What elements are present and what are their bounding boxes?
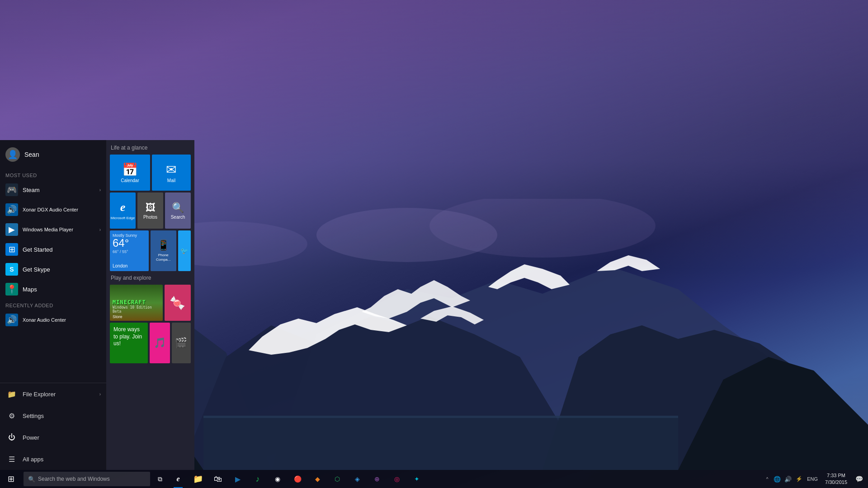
taskbar-app-media[interactable]: ▶ [228,470,248,488]
wmp-icon: ▶ [5,223,18,236]
task-view-icon: ⧉ [158,475,162,483]
app5-taskbar-icon: ◈ [355,475,360,483]
nav-power[interactable]: ⏻ Power [0,427,106,448]
start-menu: 👤 Sean Most used 🎮 Steam › 🔊 Xonar DGX A… [0,140,194,470]
taskbar-app-8[interactable]: ✦ [407,470,427,488]
app-item-xonar-dgx[interactable]: 🔊 Xonar DGX Audio Center [0,200,106,220]
network-icon: 🌐 [774,476,781,483]
taskbar-app-store[interactable]: 🛍 [208,470,228,488]
taskbar-app-edge[interactable]: e [168,470,188,488]
all-apps-label: All apps [23,456,43,463]
xonar-dgx-icon: 🔊 [5,203,18,216]
xonar-dgx-label: Xonar DGX Audio Center [23,207,78,212]
system-tray: ^ 🌐 🔊 ⚡ ENG 7:33 PM 7/30/2015 💬 [763,470,868,488]
bottom-nav: 📁 File Explorer › ⚙ Settings ⏻ Power ☰ A… [0,383,106,470]
phone-tile-icon: 📱 [157,239,170,251]
app-item-get-started[interactable]: ⊞ Get Started [0,239,106,259]
nav-file-explorer[interactable]: 📁 File Explorer › [0,383,106,405]
play-explore-label: Play and explore [110,275,191,281]
life-at-glance-label: Life at a glance [110,145,191,151]
search-icon: 🔍 [28,476,35,483]
nav-all-apps[interactable]: ☰ All apps [0,448,106,470]
taskbar-app-explorer[interactable]: 📁 [188,470,208,488]
language-button[interactable]: ENG [804,476,821,482]
taskbar-app-1[interactable]: ◉ [268,470,288,488]
taskbar-app-spotify[interactable]: ♪ [248,470,268,488]
taskbar-search[interactable]: 🔍 Search the web and Windows [24,472,150,486]
tray-network-icon[interactable]: 🌐 [772,470,783,488]
store-taskbar-icon: 🛍 [214,474,222,484]
xonar-audio-icon: 🔊 [5,314,18,326]
app-item-get-skype[interactable]: S Get Skype [0,259,106,279]
app-item-wmp[interactable]: ▶ Windows Media Player › [0,220,106,239]
more-ways-text: More ways to play. Join us! [110,323,148,351]
app-item-steam[interactable]: 🎮 Steam › [0,180,106,200]
tiles-row-5: More ways to play. Join us! 🎵 🎬 [110,323,191,363]
tile-mail[interactable]: ✉ Mail [152,155,191,191]
tile-films[interactable]: 🎬 [172,323,191,363]
tray-sound-icon[interactable]: 🔊 [783,470,793,488]
app4-taskbar-icon: ⬡ [335,475,340,483]
taskbar: ⊞ 🔍 Search the web and Windows ⧉ e 📁 🛍 ▶… [0,470,868,488]
taskbar-app-3[interactable]: ◆ [307,470,327,488]
nav-settings[interactable]: ⚙ Settings [0,405,106,427]
tile-candy-crush[interactable]: 🍬 [165,285,191,321]
all-apps-icon: ☰ [5,453,18,465]
tile-minecraft-store[interactable]: MINECRAFT Windows 10 Edition Beta Store [110,285,163,321]
tile-groove[interactable]: 🎵 [150,323,170,363]
file-explorer-label: File Explorer [23,391,56,398]
taskbar-app-2[interactable]: 🔴 [288,470,307,488]
app-item-maps[interactable]: 📍 Maps [0,279,106,299]
power-label: Power [23,434,39,441]
clock[interactable]: 7:33 PM 7/30/2015 [821,472,852,486]
tile-search[interactable]: 🔍 Search [165,192,191,229]
wmp-chevron: › [99,227,101,232]
tile-weather[interactable]: Mostly Sunny 64° 66° / 55° London [110,230,149,271]
app2-taskbar-icon: 🔴 [294,475,302,483]
get-skype-label: Get Skype [23,266,50,273]
tray-battery-icon[interactable]: ⚡ [793,470,804,488]
maps-label: Maps [23,286,37,293]
skype-icon: S [5,263,18,276]
tile-more-ways[interactable]: More ways to play. Join us! [110,323,148,363]
calendar-tile-icon: 📅 [122,162,138,177]
minecraft-title: MINECRAFT [113,299,146,305]
svg-marker-4 [597,255,660,271]
settings-icon: ⚙ [5,409,18,422]
sound-icon: 🔊 [784,476,792,483]
steam-icon: 🎮 [5,183,18,196]
show-hidden-icons[interactable]: ^ [763,470,772,488]
tile-twitter[interactable]: 🐦 [178,230,191,271]
twitter-tile-icon: 🐦 [180,247,188,254]
start-button[interactable]: ⊞ [0,470,22,488]
weather-highlow: 66° / 55° [113,249,128,254]
tile-photos[interactable]: 🖼 Photos [137,192,163,229]
minecraft-content: MINECRAFT Windows 10 Edition Beta Store [110,285,163,321]
app-item-xonar-audio[interactable]: 🔊 Xonar Audio Center [0,310,106,330]
get-started-icon: ⊞ [5,243,18,256]
explorer-taskbar-icon: 📁 [193,474,203,484]
xonar-audio-label: Xonar Audio Center [23,317,66,323]
recently-added-label: Recently added [0,299,106,310]
tile-phone-companion[interactable]: 📱 Phone Compa... [151,230,176,271]
wmp-label: Windows Media Player [23,227,73,232]
right-panel: Life at a glance 📅 Calendar ✉ Mail e Mic… [106,140,194,470]
tiles-row-1: 📅 Calendar ✉ Mail [110,155,191,191]
photos-tile-label: Photos [143,215,157,220]
app8-taskbar-icon: ✦ [414,475,420,483]
clock-time: 7:33 PM [827,472,845,479]
task-view-button[interactable]: ⧉ [152,470,168,488]
notifications-button[interactable]: 💬 [852,470,866,488]
taskbar-app-4[interactable]: ⬡ [327,470,347,488]
edge-tile-icon: e [120,201,126,214]
user-section[interactable]: 👤 Sean [0,140,106,169]
mail-tile-icon: ✉ [166,162,176,177]
tile-calendar[interactable]: 📅 Calendar [110,155,150,191]
tile-edge[interactable]: e Microsoft Edge [110,192,136,229]
edge-tile-label: Microsoft Edge [111,216,135,221]
taskbar-app-7[interactable]: ◎ [387,470,407,488]
taskbar-app-5[interactable]: ◈ [347,470,367,488]
minecraft-subtitle: Windows 10 Edition Beta [113,305,160,314]
store-label-on-minecraft: Store [113,314,123,319]
taskbar-app-6[interactable]: ⊕ [367,470,387,488]
